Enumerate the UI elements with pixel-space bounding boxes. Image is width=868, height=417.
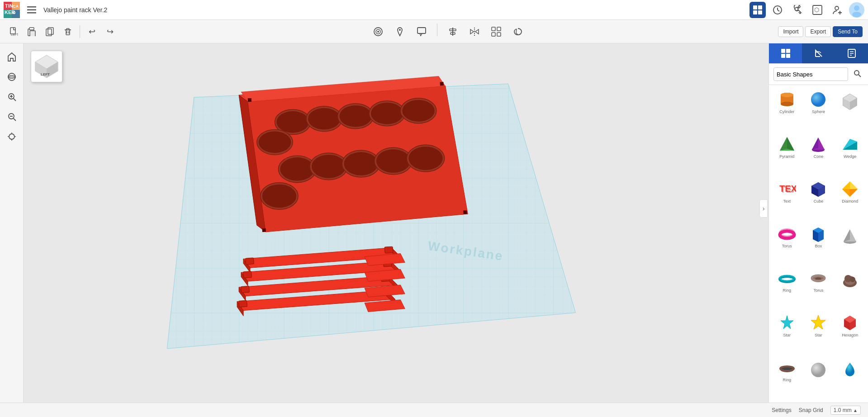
svg-rect-130 [379, 289, 388, 296]
zoom-out-button[interactable] [4, 109, 20, 125]
send-to-button[interactable]: Send To [833, 26, 863, 37]
mirror-tool[interactable] [466, 24, 483, 40]
svg-marker-116 [241, 261, 399, 281]
grid-view-button[interactable] [749, 2, 766, 18]
shape-unknown[interactable] [835, 89, 864, 116]
svg-point-87 [337, 104, 373, 129]
group-tool[interactable] [488, 24, 504, 40]
add-user-button[interactable] [829, 2, 845, 18]
paint-rack-board [239, 76, 468, 232]
svg-marker-78 [248, 86, 468, 232]
shapes-header: Basic ShapesLettersConnectorsShapesFeatu… [769, 64, 868, 85]
shape-star-small[interactable]: Star [773, 312, 802, 339]
svg-rect-10 [27, 12, 36, 14]
camera-tool[interactable] [370, 24, 386, 40]
svg-marker-74 [167, 84, 575, 349]
shape-star-large[interactable]: Star [804, 312, 833, 339]
shape-cylinder[interactable]: Cylinder [773, 89, 802, 116]
import-button[interactable]: Import [778, 26, 803, 37]
tab-angle[interactable] [802, 43, 835, 63]
shape-text[interactable]: TEXT TEXT Text [773, 178, 802, 205]
svg-point-98 [312, 155, 346, 178]
svg-rect-110 [463, 210, 467, 214]
shapes-category-select[interactable]: Basic ShapesLettersConnectorsShapesFeatu… [773, 67, 848, 81]
panel-expand-button[interactable]: › [759, 199, 768, 218]
export-button[interactable]: Export [805, 26, 831, 37]
history-button[interactable] [769, 2, 786, 18]
copy-button[interactable] [42, 24, 58, 40]
shape-cone[interactable]: Cone [804, 133, 833, 161]
shape-pyramid[interactable]: Pyramid [773, 133, 802, 161]
svg-marker-132 [365, 269, 405, 281]
pin-tool[interactable] [392, 24, 408, 40]
svg-point-86 [308, 108, 340, 130]
svg-marker-117 [241, 272, 248, 286]
tab-grid[interactable] [769, 43, 802, 63]
svg-rect-42 [417, 28, 426, 33]
zoom-in-button[interactable] [4, 89, 20, 105]
svg-marker-156 [780, 137, 787, 151]
shape-ring[interactable]: Ring [773, 267, 802, 294]
svg-marker-80 [239, 95, 266, 232]
svg-rect-135 [781, 49, 785, 53]
align-tool[interactable] [445, 24, 461, 40]
svg-marker-122 [239, 287, 246, 301]
snap-grid-value[interactable]: 1.0 mm ▲ [830, 406, 861, 415]
shape-hexagon[interactable]: Hexagon [835, 312, 864, 339]
svg-text:CA: CA [13, 4, 19, 9]
svg-point-90 [371, 103, 403, 124]
svg-rect-8 [27, 6, 36, 8]
undo-button[interactable]: ↩ [84, 24, 100, 40]
menu-button[interactable] [24, 2, 40, 18]
svg-point-102 [376, 149, 410, 173]
orbit-button[interactable] [4, 69, 20, 85]
tab-notes[interactable] [835, 43, 868, 63]
shape-torus[interactable]: Torus [773, 223, 802, 250]
right-panel: Basic ShapesLettersConnectorsShapesFeatu… [768, 43, 868, 403]
paste-button[interactable] [24, 24, 40, 40]
shape-donut[interactable]: Torus [804, 267, 833, 294]
svg-rect-14 [758, 10, 762, 14]
svg-point-89 [369, 101, 405, 126]
svg-rect-137 [781, 54, 785, 58]
home-view-button[interactable] [4, 49, 20, 65]
redo-button[interactable]: ↪ [102, 24, 118, 40]
svg-marker-126 [237, 290, 395, 311]
statusbar: Settings Snap Grid 1.0 mm ▲ [0, 403, 868, 417]
avatar[interactable] [849, 2, 864, 18]
shape-sphere[interactable]: Sphere [804, 89, 833, 116]
shape-box[interactable]: Box [804, 223, 833, 250]
svg-marker-82 [241, 76, 446, 102]
view-cube-face[interactable]: LEFT [31, 51, 62, 82]
svg-point-101 [375, 147, 412, 175]
svg-text:D: D [13, 10, 16, 15]
svg-marker-79 [239, 79, 446, 102]
toolbar-separator-1 [80, 25, 80, 38]
settings-button[interactable] [789, 2, 806, 18]
shape-wedge[interactable]: Wedge [835, 133, 864, 161]
svg-point-83 [275, 109, 311, 135]
delete-button[interactable] [60, 24, 76, 40]
shape-blob[interactable] [835, 267, 864, 294]
lasso-tool[interactable] [510, 24, 526, 40]
svg-marker-128 [386, 290, 395, 305]
svg-line-145 [859, 75, 861, 77]
svg-rect-12 [758, 5, 762, 9]
shape-diamond[interactable]: Diamond [835, 178, 864, 205]
svg-point-93 [257, 130, 293, 155]
shape-cube[interactable]: Cube [804, 178, 833, 205]
speech-bubble-tool[interactable] [413, 24, 430, 40]
settings-label[interactable]: Settings [772, 407, 791, 413]
new-button[interactable]: LEFT [5, 24, 22, 40]
share-button[interactable]: ⬡ [809, 2, 825, 18]
viewport[interactable]: LEFT Workplane [24, 43, 768, 403]
shapes-search-button[interactable] [851, 68, 863, 81]
fit-view-button[interactable] [4, 128, 20, 145]
svg-rect-9 [27, 9, 36, 10]
svg-point-150 [811, 92, 825, 107]
shape-ring2[interactable]: Ring [773, 357, 802, 384]
shape-cone2[interactable] [835, 223, 864, 250]
shape-droplet[interactable] [835, 357, 864, 384]
view-cube[interactable]: LEFT [31, 51, 62, 82]
shape-sphere2[interactable] [804, 357, 833, 384]
